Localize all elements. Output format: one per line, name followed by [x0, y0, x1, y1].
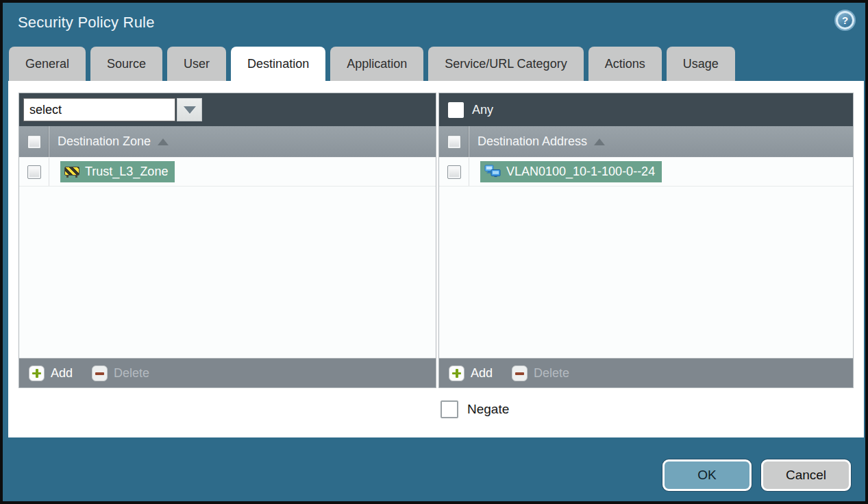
zone-footer-bar: Add Delete [19, 358, 436, 387]
address-rows: VLAN0100_10-1-100-0--24 [439, 158, 853, 358]
address-column-label: Destination Address [478, 134, 587, 149]
ok-button[interactable]: OK [662, 459, 752, 491]
address-add-button[interactable]: Add [449, 365, 493, 381]
tab-general[interactable]: General [9, 47, 86, 81]
tab-destination[interactable]: Destination [231, 47, 325, 81]
negate-checkbox[interactable] [441, 400, 458, 418]
sort-ascending-icon [158, 139, 169, 145]
zone-select-all-checkbox[interactable] [27, 135, 41, 149]
tab-usage[interactable]: Usage [667, 47, 735, 81]
add-plus-icon [29, 365, 45, 381]
negate-row: Negate [441, 400, 509, 418]
address-delete-button[interactable]: Delete [512, 365, 569, 381]
destination-tab-content: Destination Zone Trust_L3_Zone [8, 81, 864, 437]
address-row-checkbox[interactable] [447, 165, 461, 179]
negate-label: Negate [467, 402, 509, 417]
address-tag[interactable]: VLAN0100_10-1-100-0--24 [480, 161, 662, 182]
zone-toolbar [19, 93, 436, 126]
any-label: Any [472, 103, 493, 117]
zone-row-checkbox-cell [19, 158, 49, 186]
tab-source[interactable]: Source [90, 47, 162, 81]
titlebar: Security Policy Rule ? [3, 3, 865, 44]
destination-zone-panel: Destination Zone Trust_L3_Zone [18, 93, 436, 388]
zone-column-header[interactable]: Destination Zone [19, 126, 436, 158]
destination-address-panel: Any Destination Address [438, 93, 854, 388]
zone-tag[interactable]: Trust_L3_Zone [60, 161, 175, 182]
zone-select-input[interactable] [23, 98, 175, 121]
zone-row[interactable]: Trust_L3_Zone [19, 158, 436, 187]
address-column-header[interactable]: Destination Address [439, 126, 853, 158]
help-icon[interactable]: ? [836, 11, 854, 29]
chevron-down-icon [184, 106, 196, 114]
security-policy-rule-dialog: Security Policy Rule ? General Source Us… [0, 0, 868, 504]
address-toolbar: Any [439, 93, 853, 126]
address-tag-label: VLAN0100_10-1-100-0--24 [506, 165, 655, 179]
tab-bar: General Source User Destination Applicat… [9, 47, 735, 81]
zone-select-all-cell [19, 126, 49, 157]
address-select-all-checkbox[interactable] [447, 135, 461, 149]
zone-add-label: Add [51, 366, 73, 381]
zone-tag-label: Trust_L3_Zone [85, 165, 168, 179]
zone-icon [64, 167, 79, 176]
address-footer-bar: Add Delete [439, 358, 853, 387]
zone-column-label: Destination Zone [58, 134, 151, 149]
add-plus-icon [449, 365, 464, 381]
zone-rows: Trust_L3_Zone [19, 158, 436, 358]
zone-add-button[interactable]: Add [29, 365, 73, 381]
dialog-title: Security Policy Rule [18, 14, 155, 32]
tab-application[interactable]: Application [330, 47, 423, 81]
address-delete-label: Delete [534, 366, 569, 381]
address-row[interactable]: VLAN0100_10-1-100-0--24 [439, 158, 853, 187]
network-icon [484, 165, 501, 178]
cancel-button[interactable]: Cancel [761, 459, 851, 491]
zone-select-dropdown-button[interactable] [177, 98, 202, 121]
tab-service-url-category[interactable]: Service/URL Category [428, 47, 583, 81]
address-row-checkbox-cell [439, 158, 469, 186]
address-add-label: Add [471, 366, 493, 381]
any-checkbox[interactable] [448, 102, 464, 118]
zone-delete-button[interactable]: Delete [92, 365, 149, 381]
address-select-all-cell [439, 126, 469, 157]
tab-user[interactable]: User [167, 47, 226, 81]
sort-ascending-icon [594, 139, 605, 145]
tab-actions[interactable]: Actions [588, 47, 662, 81]
zone-row-checkbox[interactable] [27, 165, 41, 179]
delete-minus-icon [92, 365, 108, 381]
delete-minus-icon [512, 365, 528, 381]
zone-delete-label: Delete [114, 366, 149, 381]
